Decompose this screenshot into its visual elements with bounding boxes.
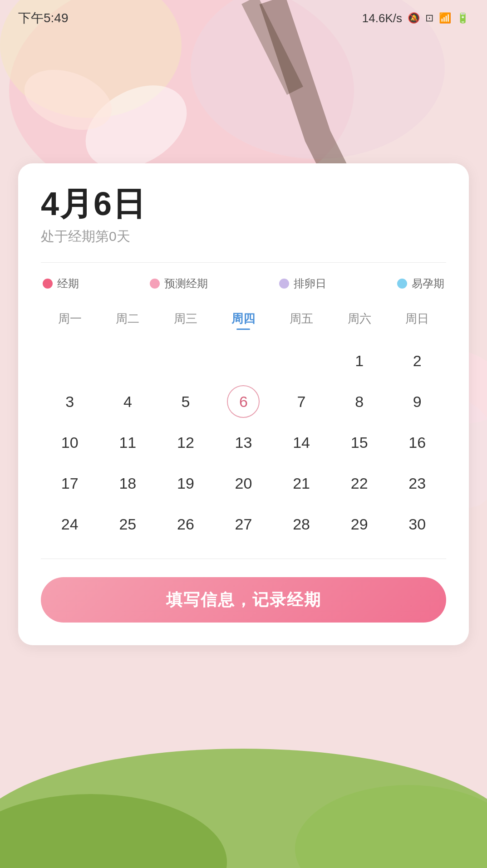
weekday-mon: 周一 xyxy=(41,307,99,333)
weekday-sun: 周日 xyxy=(388,307,446,333)
ovulation-label: 排卵日 xyxy=(294,276,326,291)
day-30[interactable]: 30 xyxy=(388,506,446,542)
weekday-fri: 周五 xyxy=(272,307,330,333)
weekday-wed: 周三 xyxy=(157,307,215,333)
day-8[interactable]: 8 xyxy=(330,383,389,420)
weekday-tue: 周二 xyxy=(99,307,157,333)
predicted-label: 预测经期 xyxy=(164,276,208,291)
day-15[interactable]: 15 xyxy=(330,424,389,461)
fertile-label: 易孕期 xyxy=(412,276,444,291)
screenshot-icon: ⊡ xyxy=(425,12,433,24)
status-right: 14.6K/s 🔕 ⊡ 📶 🔋 xyxy=(362,11,469,25)
weekday-thu: 周四 xyxy=(215,307,273,333)
legend-period: 经期 xyxy=(43,276,79,291)
day-28[interactable]: 28 xyxy=(272,506,330,542)
mute-icon: 🔕 xyxy=(408,12,420,24)
date-subtitle: 处于经期第0天 xyxy=(41,227,446,246)
day-1[interactable]: 1 xyxy=(330,343,389,379)
day-4[interactable]: 4 xyxy=(99,383,157,420)
day-12[interactable]: 12 xyxy=(157,424,215,461)
day-2[interactable]: 2 xyxy=(388,343,446,379)
day-29[interactable]: 29 xyxy=(330,506,389,542)
day-18[interactable]: 18 xyxy=(99,465,157,501)
weekday-header: 周一 周二 周三 周四 周五 周六 周日 xyxy=(41,307,446,333)
day-20[interactable]: 20 xyxy=(215,465,273,501)
day-23[interactable]: 23 xyxy=(388,465,446,501)
day-11[interactable]: 11 xyxy=(99,424,157,461)
ovulation-dot xyxy=(279,279,289,289)
bottom-divider xyxy=(41,559,446,559)
day-empty-5 xyxy=(272,343,330,379)
date-title: 4月6日 xyxy=(41,186,446,222)
status-time: 下午5:49 xyxy=(18,10,69,27)
day-22[interactable]: 22 xyxy=(330,465,389,501)
day-empty-1 xyxy=(41,343,99,379)
calendar: 周一 周二 周三 周四 周五 周六 周日 1 2 3 4 5 6 7 8 9 xyxy=(41,307,446,542)
status-bar: 下午5:49 14.6K/s 🔕 ⊡ 📶 🔋 xyxy=(0,0,487,36)
predicted-dot xyxy=(150,279,160,289)
main-card: 4月6日 处于经期第0天 经期 预测经期 排卵日 易孕期 周一 周二 周三 周四… xyxy=(18,163,469,645)
day-21[interactable]: 21 xyxy=(272,465,330,501)
day-3[interactable]: 3 xyxy=(41,383,99,420)
day-6[interactable]: 6 xyxy=(215,383,273,420)
legend-fertile: 易孕期 xyxy=(397,276,444,291)
battery-icon: 🔋 xyxy=(457,12,469,24)
day-empty-4 xyxy=(215,343,273,379)
legend-ovulation: 排卵日 xyxy=(279,276,326,291)
wifi-icon: 📶 xyxy=(439,12,451,24)
day-7[interactable]: 7 xyxy=(272,383,330,420)
day-10[interactable]: 10 xyxy=(41,424,99,461)
day-25[interactable]: 25 xyxy=(99,506,157,542)
day-26[interactable]: 26 xyxy=(157,506,215,542)
cta-button[interactable]: 填写信息，记录经期 xyxy=(41,577,446,623)
top-divider xyxy=(41,262,446,263)
day-13[interactable]: 13 xyxy=(215,424,273,461)
legend-predicted: 预测经期 xyxy=(150,276,208,291)
day-14[interactable]: 14 xyxy=(272,424,330,461)
day-empty-2 xyxy=(99,343,157,379)
period-label: 经期 xyxy=(57,276,79,291)
day-empty-3 xyxy=(157,343,215,379)
day-9[interactable]: 9 xyxy=(388,383,446,420)
day-16[interactable]: 16 xyxy=(388,424,446,461)
day-5[interactable]: 5 xyxy=(157,383,215,420)
day-19[interactable]: 19 xyxy=(157,465,215,501)
period-dot xyxy=(43,279,53,289)
weekday-sat: 周六 xyxy=(330,307,389,333)
days-grid: 1 2 3 4 5 6 7 8 9 10 11 12 13 14 15 16 1… xyxy=(41,343,446,542)
network-speed: 14.6K/s xyxy=(362,11,402,25)
day-17[interactable]: 17 xyxy=(41,465,99,501)
fertile-dot xyxy=(397,279,407,289)
day-27[interactable]: 27 xyxy=(215,506,273,542)
legend: 经期 预测经期 排卵日 易孕期 xyxy=(41,276,446,291)
day-24[interactable]: 24 xyxy=(41,506,99,542)
